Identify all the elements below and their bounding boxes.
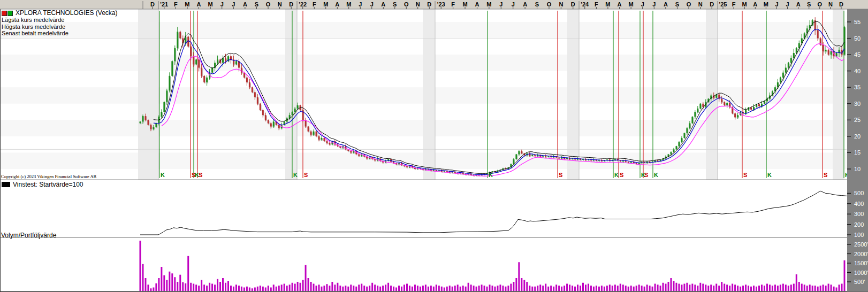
- volume-bar: [793, 284, 795, 291]
- volume-bar: [801, 284, 803, 291]
- candle-body: [654, 160, 656, 162]
- candle-body: [518, 151, 520, 154]
- month-label: A: [243, 1, 247, 7]
- month-label: D: [839, 1, 843, 7]
- candle-body: [697, 109, 698, 112]
- vinstest-label: Vinstest: Startvärde=100: [13, 181, 83, 188]
- candle-body: [144, 116, 146, 120]
- volume-bar: [630, 286, 632, 291]
- volume-bar: [433, 287, 435, 291]
- month-label: D: [427, 1, 431, 7]
- volume-bar: [470, 285, 472, 291]
- volume-bar: [582, 283, 584, 291]
- sell-signal-letter: S: [743, 172, 747, 178]
- volume-bar: [721, 282, 722, 291]
- month-label: J: [786, 1, 789, 7]
- legend-line-senast: Senast betalt medelvärde: [2, 30, 118, 37]
- volume-bar: [457, 285, 459, 291]
- volume-bar: [243, 288, 245, 291]
- candle-body: [142, 116, 143, 121]
- volume-tick-label: 500': [854, 279, 865, 285]
- volume-bar: [241, 287, 242, 291]
- volume-bar: [809, 285, 811, 291]
- volume-bar: [187, 256, 189, 291]
- volume-bar: [177, 282, 178, 291]
- volume-bar: [147, 285, 149, 291]
- volume-bar: [614, 285, 616, 291]
- candle-body: [163, 102, 165, 112]
- volume-bar: [804, 285, 805, 291]
- candle-body: [683, 133, 685, 138]
- volume-bar: [428, 287, 429, 291]
- volume-bar: [302, 280, 304, 291]
- volume-bar: [179, 275, 181, 291]
- candle-body: [310, 132, 312, 135]
- price-tick-label: 55: [854, 19, 861, 25]
- volume-bar: [401, 287, 402, 291]
- volume-bar: [505, 287, 506, 291]
- candle-body: [823, 45, 824, 51]
- volume-bar: [361, 284, 362, 291]
- candle-body: [673, 149, 674, 152]
- volume-bar: [620, 284, 621, 291]
- volume-bar: [569, 285, 570, 291]
- volume-bar: [660, 286, 661, 291]
- volume-bar: [588, 284, 589, 291]
- price-chart-canvas: KSKSKSKSKSKSKSKSKD'21FMAMJJASOND'22FMAMJ…: [0, 0, 868, 292]
- year-label: '24: [581, 1, 589, 7]
- vinstest-tick-label: 100: [854, 232, 864, 238]
- volume-bar: [441, 287, 443, 291]
- candle-body: [796, 48, 797, 53]
- volume-bar: [387, 283, 389, 291]
- volume-bar: [785, 285, 787, 291]
- volume-bar: [547, 287, 549, 291]
- volume-bar: [766, 284, 768, 291]
- volume-bar: [628, 287, 629, 291]
- candle-body: [694, 112, 696, 117]
- volume-bar: [422, 286, 424, 291]
- volume-bar: [612, 286, 613, 291]
- volume-bar: [198, 286, 200, 291]
- buy-signal-letter: K: [614, 172, 619, 178]
- volume-bar: [153, 288, 154, 291]
- volume-bar: [260, 286, 261, 291]
- month-label: J: [641, 1, 644, 7]
- volume-bar: [217, 279, 218, 291]
- candle-body: [793, 53, 795, 58]
- candle-body: [406, 166, 408, 167]
- vinstest-tick-label: 200: [854, 221, 864, 228]
- month-label: S: [675, 1, 679, 7]
- candle-body: [254, 92, 256, 97]
- volume-bar: [308, 278, 309, 291]
- month-label: F: [595, 1, 598, 7]
- volume-bar: [513, 282, 514, 291]
- volume-bar: [510, 284, 512, 291]
- volume-bar: [377, 286, 378, 291]
- volume-bar: [254, 288, 256, 291]
- volume-bar: [342, 287, 344, 291]
- volume-bar: [366, 287, 368, 291]
- candle-body: [174, 48, 176, 61]
- price-tick-label: 40: [854, 68, 861, 74]
- volume-bar: [268, 286, 269, 291]
- candle-shadow: [466, 175, 467, 175]
- volume-bar: [817, 287, 819, 291]
- candle-body: [780, 78, 781, 82]
- month-label: M: [764, 1, 768, 7]
- volume-bar: [753, 286, 755, 291]
- volume-bar: [681, 285, 682, 291]
- month-label: F: [174, 1, 178, 7]
- volume-bar: [644, 287, 645, 291]
- candle-body: [273, 121, 275, 126]
- volume-bar: [331, 282, 333, 291]
- buy-signal-letter: K: [293, 172, 298, 178]
- volume-bar: [670, 278, 672, 291]
- candle-body: [817, 30, 819, 38]
- volume-bar: [339, 286, 341, 291]
- volume-bar: [574, 287, 576, 291]
- candle-body: [217, 59, 218, 63]
- volume-bar: [507, 286, 509, 291]
- volume-bar: [713, 286, 714, 291]
- month-label: A: [796, 1, 801, 7]
- candle-body: [620, 160, 621, 162]
